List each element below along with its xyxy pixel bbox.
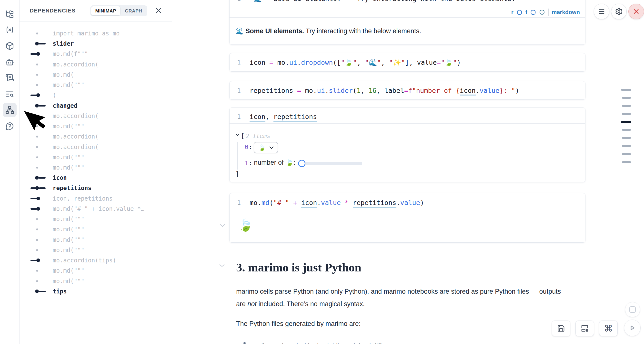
cell-language-badge[interactable]: markdown bbox=[552, 9, 580, 16]
minimap-item[interactable]: tips bbox=[20, 286, 172, 297]
minimap-item[interactable]: mo.md("# " + icon.value *… bbox=[20, 204, 172, 214]
isolated-cell-dot bbox=[36, 280, 38, 282]
functions-icon[interactable] bbox=[5, 25, 14, 34]
minimap-item[interactable]: mo.accordion( bbox=[20, 59, 172, 70]
scrollmap-mark[interactable] bbox=[622, 161, 631, 163]
close-panel-icon[interactable] bbox=[155, 7, 162, 14]
shutdown-button[interactable] bbox=[628, 4, 644, 19]
minimap-item[interactable]: mo.accordion( bbox=[20, 142, 172, 152]
cell-dropdown-code[interactable]: 1 icon = mo.ui.dropdown(["🍃", "🌊", "✨"],… bbox=[229, 53, 586, 72]
cell-md-leaf[interactable]: 1 mo.md("# " + icon.value * repetitions.… bbox=[229, 193, 586, 243]
code-editor-line[interactable]: mo.md("# " + icon.value * repetitions.va… bbox=[250, 199, 424, 207]
minimap-item[interactable]: import marimo as mo bbox=[20, 28, 172, 39]
scrollmap-mark-active[interactable] bbox=[621, 121, 631, 123]
gutter-divider bbox=[245, 0, 245, 5]
minimap-item[interactable]: ( bbox=[20, 90, 172, 100]
cell-tuple-output[interactable]: 1 icon, repetitions [ 2 Items 0 : 🍃 1 : … bbox=[229, 107, 586, 182]
isolated-cell-dot bbox=[36, 228, 38, 230]
slider-thumb[interactable] bbox=[298, 160, 306, 167]
minimap-item[interactable]: mo.md(""" bbox=[20, 245, 172, 255]
slider-track[interactable] bbox=[302, 162, 362, 165]
dependency-marker bbox=[36, 207, 40, 211]
minimap-item[interactable]: mo.md( bbox=[20, 70, 172, 80]
tree-colon: : bbox=[248, 143, 252, 150]
minimap-item[interactable]: mo.md(""" bbox=[20, 80, 172, 90]
minimap-item[interactable]: mo.md(""" bbox=[20, 162, 172, 173]
scrollmap-mark[interactable] bbox=[622, 153, 631, 155]
dependency-marker bbox=[39, 187, 46, 189]
dependency-marker bbox=[30, 260, 37, 261]
minimap-item[interactable]: mo.md(""" bbox=[20, 235, 172, 245]
bullet-dot bbox=[244, 342, 246, 344]
cell-markdown-intro[interactable]: 1 "🌊 **Some UI elements.** Try interacti… bbox=[229, 0, 586, 45]
minimap-item-label: mo.md(""" bbox=[53, 80, 84, 90]
line-number: 1 bbox=[230, 0, 241, 3]
code-editor-line[interactable]: icon, repetitions bbox=[250, 113, 317, 121]
scrollmap-mark[interactable] bbox=[622, 113, 631, 115]
info-icon[interactable] bbox=[539, 9, 545, 15]
cell-collapse-icon[interactable] bbox=[220, 224, 226, 227]
minimap-item-label: changed bbox=[53, 101, 77, 111]
cell-slider-code[interactable]: 1 repetitions = mo.ui.slider(1, 16, labe… bbox=[229, 81, 586, 100]
dependency-marker bbox=[35, 186, 39, 190]
minimap-item[interactable]: mo.md(""" bbox=[20, 276, 172, 286]
ai-assistant-icon[interactable] bbox=[5, 58, 14, 66]
code-editor-line[interactable]: repetitions = mo.ui.slider(1, 16, label=… bbox=[250, 86, 519, 95]
minimap-item[interactable]: mo.md(f""" bbox=[20, 49, 172, 59]
shortcuts-button[interactable]: ⌘ bbox=[599, 320, 618, 336]
section-collapse-icon[interactable] bbox=[219, 264, 225, 267]
scrollmap-mark[interactable] bbox=[622, 129, 631, 131]
minimap-item-label: mo.md(""" bbox=[53, 162, 84, 173]
dependency-marker bbox=[30, 208, 37, 210]
minimap-item[interactable]: mo.md(""" bbox=[20, 224, 172, 235]
layout-button[interactable] bbox=[576, 320, 594, 336]
minimap-item[interactable]: icon, repetitions bbox=[20, 194, 172, 204]
isolated-cell-dot bbox=[36, 167, 38, 168]
package-icon[interactable] bbox=[5, 42, 14, 50]
isolated-cell-dot bbox=[36, 239, 38, 241]
chevron-down-icon bbox=[269, 146, 274, 149]
minimap-item[interactable]: mo.md(""" bbox=[20, 152, 172, 162]
minimap-item[interactable]: icon bbox=[20, 173, 172, 183]
minimap-item[interactable]: repetitions bbox=[20, 183, 172, 193]
code-editor-line[interactable]: "🌊 **Some UI elements.** Try interacting… bbox=[250, 0, 516, 3]
settings-button[interactable] bbox=[611, 4, 627, 19]
snippets-search-icon[interactable] bbox=[5, 90, 14, 98]
format-toggle-icon[interactable] bbox=[530, 10, 536, 15]
scrollmap-mark[interactable] bbox=[622, 137, 631, 139]
help-icon[interactable] bbox=[5, 122, 14, 130]
minimap-item[interactable]: mo.accordion(tips) bbox=[20, 255, 172, 266]
reactive-toggle-label[interactable]: r bbox=[511, 9, 514, 16]
minimap-item-label: mo.md( bbox=[53, 70, 74, 80]
logs-icon[interactable] bbox=[5, 73, 14, 82]
file-tree-icon[interactable] bbox=[5, 10, 14, 19]
reactive-toggle-icon[interactable] bbox=[517, 10, 522, 15]
scrollmap-mark[interactable] bbox=[622, 105, 631, 107]
minimap-item[interactable]: slider bbox=[20, 39, 172, 49]
dropdown-select[interactable]: 🍃 bbox=[254, 142, 278, 153]
menu-button[interactable] bbox=[594, 4, 609, 19]
isolated-cell-dot bbox=[36, 146, 38, 148]
format-toggle-label[interactable]: f bbox=[526, 9, 528, 16]
leaf-output: 🍃 bbox=[238, 218, 253, 232]
output-bold-text: Some UI elements. bbox=[246, 27, 304, 35]
save-button[interactable] bbox=[552, 320, 570, 336]
tab-graph[interactable]: GRAPH bbox=[121, 5, 146, 16]
minimap-item[interactable]: mo.md(""" bbox=[20, 214, 172, 224]
stop-button[interactable] bbox=[625, 302, 640, 317]
scrollmap-mark[interactable] bbox=[622, 97, 631, 99]
minimap-item-label: icon bbox=[53, 173, 67, 183]
code-editor-line[interactable]: icon = mo.ui.dropdown(["🍃", "🌊", "✨"], v… bbox=[250, 58, 461, 66]
minimap-item[interactable]: mo.md(""" bbox=[20, 266, 172, 276]
minimap-item-label: mo.md(""" bbox=[53, 224, 84, 235]
tree-collapse-icon[interactable] bbox=[236, 134, 239, 136]
dependency-marker bbox=[35, 289, 39, 293]
dependencies-icon[interactable] bbox=[5, 106, 14, 114]
run-button[interactable] bbox=[624, 319, 640, 336]
tab-minimap[interactable]: MINIMAP bbox=[91, 6, 120, 15]
scrollmap-mark[interactable] bbox=[621, 89, 631, 91]
array-open-bracket: [ bbox=[241, 132, 245, 139]
dependency-marker bbox=[36, 52, 40, 56]
line-number: 1 bbox=[230, 113, 241, 121]
scrollmap-mark[interactable] bbox=[622, 145, 631, 147]
